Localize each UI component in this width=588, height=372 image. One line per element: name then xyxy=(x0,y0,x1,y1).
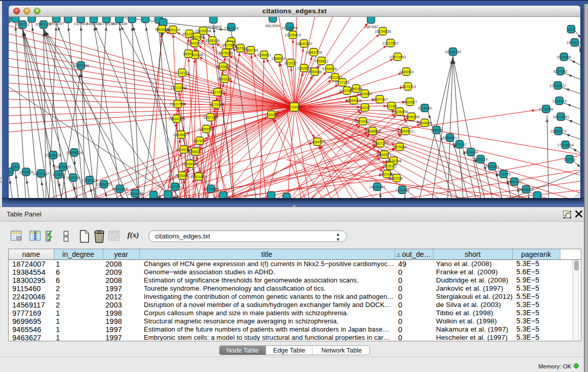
svg-text:17975115: 17975115 xyxy=(400,84,416,89)
svg-text:16782759: 16782759 xyxy=(112,187,128,191)
svg-text:7632621: 7632621 xyxy=(485,164,499,169)
svg-text:16210643: 16210643 xyxy=(553,115,569,119)
svg-text:15692971: 15692971 xyxy=(550,129,567,134)
svg-text:16099489: 16099489 xyxy=(182,162,198,166)
svg-text:2935114: 2935114 xyxy=(473,157,487,162)
svg-text:6679197: 6679197 xyxy=(452,142,467,147)
svg-text:3267130: 3267130 xyxy=(203,115,217,120)
svg-text:98901: 98901 xyxy=(183,52,193,56)
svg-text:15720407: 15720407 xyxy=(355,119,371,124)
svg-text:15716485: 15716485 xyxy=(203,187,219,191)
svg-text:12213382: 12213382 xyxy=(170,85,187,90)
svg-text:8186328: 8186328 xyxy=(205,38,220,43)
svg-text:20364436: 20364436 xyxy=(345,98,362,103)
svg-text:822037: 822037 xyxy=(285,61,297,65)
svg-text:17016504: 17016504 xyxy=(557,143,574,147)
svg-text:19166827: 19166827 xyxy=(173,133,189,137)
svg-text:14136141: 14136141 xyxy=(369,185,385,189)
svg-text:17359924: 17359924 xyxy=(66,150,82,155)
svg-text:7625402: 7625402 xyxy=(175,173,189,178)
svg-text:6794028: 6794028 xyxy=(322,67,337,71)
svg-text:9245612: 9245612 xyxy=(519,187,533,192)
svg-text:2687682: 2687682 xyxy=(364,25,378,29)
svg-text:39151: 39151 xyxy=(9,170,14,174)
svg-text:9115460: 9115460 xyxy=(418,106,431,111)
svg-text:86332: 86332 xyxy=(360,105,370,110)
svg-text:3215958: 3215958 xyxy=(539,107,553,112)
svg-text:18807249: 18807249 xyxy=(372,141,388,146)
svg-text:252214: 252214 xyxy=(390,176,403,181)
svg-text:20053346: 20053346 xyxy=(73,63,89,68)
svg-text:9146821: 9146821 xyxy=(257,53,271,57)
svg-text:9327505: 9327505 xyxy=(190,35,204,39)
svg-text:2718176: 2718176 xyxy=(175,71,189,75)
svg-text:9227342: 9227342 xyxy=(553,69,568,74)
svg-text:10654122: 10654122 xyxy=(506,180,522,184)
svg-text:12213967: 12213967 xyxy=(382,41,399,46)
svg-text:10671355: 10671355 xyxy=(111,21,127,26)
svg-text:10975857: 10975857 xyxy=(55,165,71,169)
svg-text:1530025: 1530025 xyxy=(264,113,278,117)
svg-text:1733426: 1733426 xyxy=(395,188,409,192)
svg-text:7955812: 7955812 xyxy=(314,59,329,63)
svg-text:2603144: 2603144 xyxy=(217,77,232,81)
svg-text:15751074: 15751074 xyxy=(567,40,580,45)
svg-text:11218506: 11218506 xyxy=(281,26,297,30)
svg-text:13654923: 13654923 xyxy=(397,129,413,134)
svg-text:1244415: 1244415 xyxy=(552,99,567,103)
svg-text:8813054: 8813054 xyxy=(266,24,280,28)
svg-text:116753: 116753 xyxy=(563,157,575,162)
svg-text:19654933: 19654933 xyxy=(168,117,185,121)
svg-text:7075692: 7075692 xyxy=(393,145,407,149)
svg-text:3675685: 3675685 xyxy=(219,51,233,55)
svg-text:10025458: 10025458 xyxy=(391,110,408,114)
svg-text:1156829: 1156829 xyxy=(19,170,33,174)
svg-text:15226058: 15226058 xyxy=(195,29,211,33)
svg-text:417004: 417004 xyxy=(210,102,222,107)
svg-text:1527602: 1527602 xyxy=(74,21,88,26)
svg-text:1112: 1112 xyxy=(568,27,575,32)
svg-text:9474444: 9474444 xyxy=(464,150,478,155)
svg-text:9657771: 9657771 xyxy=(168,185,182,189)
svg-text:1615112: 1615112 xyxy=(383,164,397,168)
svg-text:1588520: 1588520 xyxy=(271,56,286,61)
svg-text:887833: 887833 xyxy=(193,139,206,143)
svg-text:114519: 114519 xyxy=(52,172,64,177)
svg-text:7485063: 7485063 xyxy=(399,70,413,74)
svg-text:18724007: 18724007 xyxy=(286,105,302,110)
svg-text:62160: 62160 xyxy=(386,104,397,108)
svg-text:746266: 746266 xyxy=(350,86,362,91)
svg-text:8427552: 8427552 xyxy=(210,90,225,95)
svg-text:18640910: 18640910 xyxy=(296,41,312,46)
svg-text:10973493: 10973493 xyxy=(389,55,406,59)
svg-text:2055712: 2055712 xyxy=(15,22,30,27)
svg-text:1595155: 1595155 xyxy=(66,176,80,180)
svg-text:9699695: 9699695 xyxy=(418,121,432,125)
svg-text:8454749: 8454749 xyxy=(244,48,258,53)
svg-text:8471676: 8471676 xyxy=(496,172,511,177)
svg-text:144095: 144095 xyxy=(430,128,443,133)
svg-text:10507487: 10507487 xyxy=(372,97,388,102)
svg-text:10543362: 10543362 xyxy=(186,41,203,46)
svg-text:10688609: 10688609 xyxy=(364,129,381,134)
svg-text:12923448: 12923448 xyxy=(127,191,143,196)
svg-text:12353594: 12353594 xyxy=(198,127,214,132)
svg-text:7357224: 7357224 xyxy=(224,26,238,31)
svg-text:13495768: 13495768 xyxy=(403,115,420,119)
svg-text:9777169: 9777169 xyxy=(335,80,350,85)
svg-text:4498222: 4498222 xyxy=(188,149,203,154)
svg-text:9840671: 9840671 xyxy=(377,152,391,157)
svg-text:16961758: 16961758 xyxy=(306,50,322,55)
svg-text:20206526: 20206526 xyxy=(45,153,61,158)
svg-text:16107552: 16107552 xyxy=(169,102,186,106)
svg-text:11325419: 11325419 xyxy=(285,33,300,37)
svg-text:3824554: 3824554 xyxy=(358,92,372,96)
svg-text:9129966: 9129966 xyxy=(557,55,571,59)
svg-text:10958107: 10958107 xyxy=(96,182,112,187)
svg-text:9242848: 9242848 xyxy=(216,64,230,69)
svg-text:12342737: 12342737 xyxy=(33,171,49,176)
svg-text:8958921: 8958921 xyxy=(443,136,457,140)
svg-text:20991406: 20991406 xyxy=(35,22,52,27)
svg-text:16648784: 16648784 xyxy=(445,50,461,54)
svg-text:9463627: 9463627 xyxy=(403,100,417,104)
